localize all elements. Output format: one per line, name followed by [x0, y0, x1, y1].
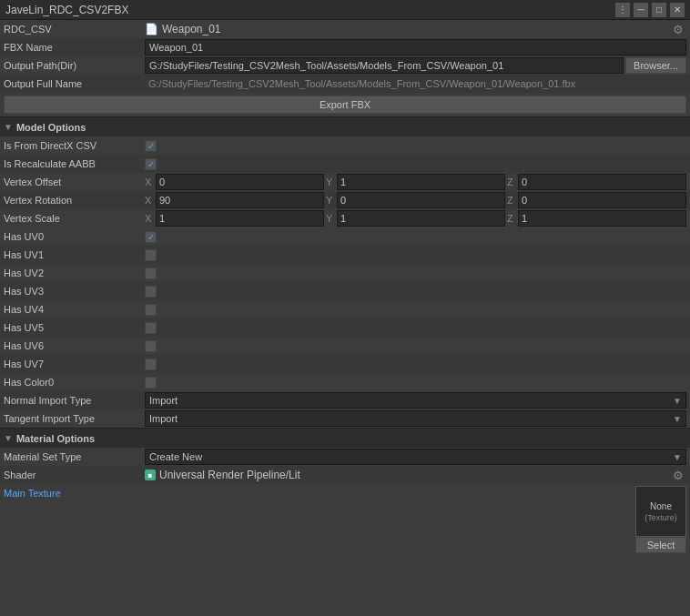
vertex-scale-x-input[interactable] [156, 210, 324, 227]
uv-channel-1-row: Has UV1 [0, 246, 690, 264]
uv-channel-3-checkbox[interactable] [145, 286, 157, 298]
vertex-rotation-z-input[interactable] [518, 192, 686, 208]
browser-btn[interactable]: Browser... [625, 57, 686, 74]
vertex-scale-y-label: Y [326, 213, 335, 224]
material-options-title: Material Options [16, 433, 95, 444]
has-color0-value [145, 377, 686, 389]
output-path-input[interactable] [145, 57, 624, 74]
material-set-type-dropdown[interactable]: Create New ▼ [145, 449, 686, 465]
tangent-import-type-text: Import [149, 413, 178, 424]
uv-channel-0-row: Has UV0✓ [0, 227, 690, 246]
vertex-rotation-value: X Y Z [145, 192, 686, 208]
shader-icon: ■ [145, 470, 156, 480]
file-icon: 📄 [145, 23, 158, 35]
vertex-offset-y-input[interactable] [337, 174, 505, 190]
is-directx-checkbox[interactable]: ✓ [145, 140, 157, 152]
uv-channel-6-checkbox[interactable] [145, 340, 157, 352]
material-set-type-arrow: ▼ [673, 452, 682, 462]
vertex-scale-row: Vertex Scale X Y Z [0, 209, 690, 227]
vertex-rotation-x-label: X [145, 195, 154, 206]
title-bar: JaveLin_RDC_CSV2FBX ⋮ ─ □ ✕ [0, 0, 690, 20]
uv-channel-2-value [145, 268, 686, 279]
has-color0-row: Has Color0 [0, 373, 690, 391]
vertex-scale-xyz: X Y Z [145, 210, 686, 227]
uv-channel-4-checkbox[interactable] [145, 304, 157, 316]
uv-channels-container: Has UV0✓Has UV1Has UV2Has UV3Has UV4Has … [0, 227, 690, 373]
tangent-import-type-row: Tangent Import Type Import ▼ [0, 409, 690, 428]
fbx-name-label: FBX Name [4, 42, 145, 53]
rdc-settings-btn[interactable]: ⚙ [670, 23, 686, 36]
uv-channel-4-label: Has UV4 [4, 304, 145, 315]
shader-label: Shader [4, 470, 145, 480]
vertex-rotation-y-label: Y [326, 195, 335, 206]
normal-import-type-label: Normal Import Type [4, 395, 145, 406]
vertex-rotation-x-input[interactable] [156, 192, 324, 208]
normal-import-type-row: Normal Import Type Import ▼ [0, 391, 690, 409]
is-directx-label: Is From DirectX CSV [4, 140, 145, 151]
material-set-type-value: Create New ▼ [145, 449, 686, 465]
texture-select-btn[interactable]: Select [635, 537, 686, 553]
vertex-scale-z-input[interactable] [518, 210, 686, 227]
output-full-name-text: G:/StudyFiles/Testing_CSV2Mesh_Tool/Asse… [145, 78, 579, 89]
texture-box[interactable]: None (Texture) [635, 486, 686, 537]
uv-channel-3-row: Has UV3 [0, 282, 690, 300]
vertex-scale-label: Vertex Scale [4, 213, 145, 224]
is-directx-value: ✓ [145, 140, 686, 152]
is-recalc-aabb-checkbox[interactable]: ✓ [145, 158, 157, 170]
vertex-offset-z-input[interactable] [518, 174, 686, 190]
uv-channel-2-label: Has UV2 [4, 268, 145, 278]
has-color0-checkbox[interactable] [145, 377, 157, 389]
uv-channel-5-checkbox[interactable] [145, 322, 157, 334]
main-content: RDC_CSV 📄 Weapon_01 ⚙ FBX Name Output Pa… [0, 20, 690, 616]
output-full-name-value: G:/StudyFiles/Testing_CSV2Mesh_Tool/Asse… [145, 77, 686, 90]
vertex-rotation-y-input[interactable] [337, 192, 505, 208]
close-btn[interactable]: ✕ [670, 3, 685, 17]
tangent-import-type-dropdown[interactable]: Import ▼ [145, 410, 686, 427]
output-path-row: Output Path(Dir) Browser... [0, 56, 690, 75]
rdc-csv-label: RDC_CSV [4, 24, 145, 35]
model-options-arrow: ▼ [4, 122, 13, 132]
output-full-name-label: Output Full Name [4, 78, 145, 89]
material-options-arrow: ▼ [4, 433, 13, 443]
uv-channel-7-value [145, 358, 686, 370]
shader-row-inner: ■ Universal Render Pipeline/Lit [145, 469, 670, 481]
export-btn-row: Export FBX [0, 93, 690, 116]
material-options-header[interactable]: ▼ Material Options [0, 428, 690, 448]
minimize-btn[interactable]: ─ [634, 3, 648, 17]
window-menu-btn[interactable]: ⋮ [615, 3, 630, 17]
uv-channel-0-label: Has UV0 [4, 231, 145, 242]
model-options-title: Model Options [16, 122, 86, 133]
vertex-offset-x-label: X [145, 177, 154, 187]
export-fbx-btn[interactable]: Export FBX [4, 96, 686, 114]
rdc-csv-filename: Weapon_01 [162, 23, 221, 35]
shader-value: ■ Universal Render Pipeline/Lit [145, 469, 670, 481]
material-set-type-text: Create New [149, 451, 202, 462]
vertex-offset-y-label: Y [326, 177, 335, 187]
vertex-rotation-xyz: X Y Z [145, 192, 686, 208]
uv-channel-6-label: Has UV6 [4, 340, 145, 351]
uv-channel-1-checkbox[interactable] [145, 249, 157, 261]
normal-import-type-dropdown[interactable]: Import ▼ [145, 392, 686, 409]
shader-settings-btn[interactable]: ⚙ [670, 469, 686, 482]
maximize-btn[interactable]: □ [652, 3, 666, 17]
model-options-header[interactable]: ▼ Model Options [0, 116, 690, 136]
fbx-name-input[interactable] [145, 39, 686, 56]
uv-channel-7-label: Has UV7 [4, 358, 145, 369]
uv-channel-0-checkbox[interactable]: ✓ [145, 231, 157, 243]
uv-channel-7-checkbox[interactable] [145, 358, 157, 370]
uv-channel-2-checkbox[interactable] [145, 268, 157, 279]
shader-text: Universal Render Pipeline/Lit [159, 469, 300, 481]
title-bar-controls: ⋮ ─ □ ✕ [615, 3, 685, 17]
vertex-scale-z-label: Z [507, 213, 516, 224]
vertex-offset-x-input[interactable] [156, 174, 324, 190]
uv-channel-5-label: Has UV5 [4, 322, 145, 333]
vertex-offset-row: Vertex Offset X Y Z [0, 173, 690, 191]
vertex-rotation-label: Vertex Rotation [4, 195, 145, 206]
uv-channel-7-row: Has UV7 [0, 355, 690, 373]
is-recalc-aabb-label: Is Recalculate AABB [4, 158, 145, 169]
uv-channel-0-value: ✓ [145, 231, 686, 243]
uv-channel-1-value [145, 249, 686, 261]
vertex-scale-y-input[interactable] [337, 210, 505, 227]
fbx-name-value [145, 39, 686, 56]
output-path-value: Browser... [145, 57, 686, 74]
